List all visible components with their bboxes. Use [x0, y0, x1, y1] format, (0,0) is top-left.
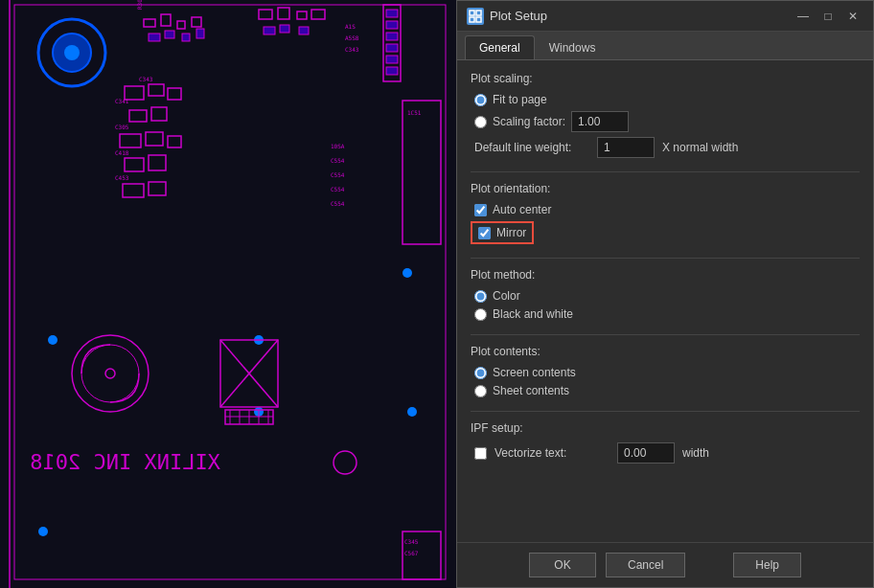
svg-rect-23	[386, 33, 398, 40]
svg-rect-21	[386, 10, 398, 17]
svg-text:A5S8: A5S8	[345, 34, 359, 41]
screen-contents-radio[interactable]	[474, 367, 487, 379]
svg-point-41	[402, 268, 412, 278]
tab-general[interactable]: General	[465, 35, 535, 59]
default-line-weight-label: Default line weight:	[474, 141, 589, 154]
svg-text:C343: C343	[345, 46, 359, 53]
svg-text:C554: C554	[331, 157, 345, 164]
vectorize-text-row: Vectorize text: width	[471, 442, 860, 464]
fit-to-page-row: Fit to page	[471, 93, 860, 106]
color-row: Color	[471, 289, 860, 303]
auto-center-label: Auto center	[493, 203, 551, 216]
svg-text:XILINX INC 2018: XILINX INC 2018	[30, 450, 220, 474]
vectorize-text-input[interactable]	[617, 442, 675, 464]
svg-rect-19	[299, 27, 309, 34]
title-bar: Plot Setup — □ ✕	[457, 1, 873, 32]
dialog-title: Plot Setup	[490, 9, 547, 23]
svg-rect-22	[386, 21, 398, 29]
plot-scaling-section: Plot scaling: Fit to page Scaling factor…	[471, 72, 860, 158]
svg-text:1C51: 1C51	[407, 109, 422, 116]
color-radio[interactable]	[474, 290, 487, 303]
color-label: Color	[493, 289, 520, 303]
title-controls: — □ ✕	[793, 8, 863, 25]
help-button[interactable]: Help	[733, 553, 801, 577]
mirror-row: Mirror	[471, 221, 534, 244]
svg-point-44	[38, 527, 48, 536]
svg-text:A1S: A1S	[345, 23, 356, 30]
plot-contents-section: Plot contents: Screen contents Sheet con…	[471, 345, 860, 397]
black-and-white-radio[interactable]	[474, 308, 487, 321]
svg-rect-12	[196, 29, 204, 38]
screen-contents-label: Screen contents	[493, 366, 576, 379]
vectorize-text-checkbox[interactable]	[474, 447, 487, 460]
close-button[interactable]: ✕	[842, 8, 863, 25]
dialog-content: Plot scaling: Fit to page Scaling factor…	[457, 60, 873, 542]
svg-rect-10	[165, 31, 174, 38]
divider-4	[471, 411, 860, 412]
scaling-factor-radio[interactable]	[474, 116, 487, 128]
svg-text:C345: C345	[404, 538, 419, 545]
ok-button[interactable]: OK	[529, 553, 596, 577]
scaling-factor-input[interactable]	[571, 111, 629, 132]
width-label: width	[682, 446, 709, 460]
plot-method-section: Plot method: Color Black and white	[471, 268, 860, 321]
black-and-white-row: Black and white	[471, 307, 860, 321]
svg-text:C343: C343	[139, 76, 153, 82]
maximize-button[interactable]: □	[817, 8, 839, 25]
normal-width-label: X normal width	[662, 141, 738, 154]
tab-windows[interactable]: Windows	[535, 35, 610, 59]
svg-rect-25	[386, 56, 398, 63]
svg-rect-82	[470, 17, 474, 22]
sheet-contents-row: Sheet contents	[471, 384, 860, 397]
auto-center-row: Auto center	[471, 203, 860, 216]
divider-1	[471, 171, 860, 172]
sheet-contents-label: Sheet contents	[493, 384, 569, 397]
mirror-label: Mirror	[496, 226, 526, 239]
tab-bar: General Windows	[457, 32, 873, 60]
svg-rect-80	[470, 11, 474, 15]
scaling-factor-label: Scaling factor:	[493, 115, 565, 128]
fit-to-page-radio[interactable]	[474, 94, 487, 106]
black-and-white-label: Black and white	[493, 307, 573, 321]
divider-3	[471, 334, 860, 335]
svg-rect-18	[280, 25, 289, 33]
divider-2	[471, 258, 860, 259]
svg-text:10SA: 10SA	[331, 143, 345, 149]
svg-rect-0	[0, 0, 456, 588]
plot-scaling-title: Plot scaling:	[471, 72, 860, 85]
svg-rect-26	[386, 67, 398, 75]
ipf-setup-title: IPF setup:	[471, 421, 860, 435]
pcb-canvas: XILINX INC 2018 C343 C341 C305 C418 C453…	[0, 0, 456, 588]
title-bar-left: Plot Setup	[467, 8, 547, 25]
svg-rect-81	[476, 11, 481, 15]
svg-text:C567: C567	[404, 550, 419, 556]
fit-to-page-label: Fit to page	[493, 93, 547, 106]
auto-center-checkbox[interactable]	[474, 204, 487, 216]
svg-rect-17	[264, 27, 275, 34]
cancel-button[interactable]: Cancel	[606, 553, 685, 577]
svg-rect-9	[149, 34, 160, 41]
ipf-setup-section: IPF setup: Vectorize text: width	[471, 421, 860, 464]
svg-rect-83	[476, 17, 481, 22]
mirror-checkbox[interactable]	[478, 227, 491, 239]
svg-text:C554: C554	[331, 200, 345, 207]
svg-text:C305: C305	[115, 124, 129, 130]
app-icon	[467, 8, 484, 25]
svg-text:C554: C554	[331, 171, 345, 178]
svg-point-4	[64, 45, 80, 60]
svg-text:C418: C418	[115, 149, 129, 156]
plot-setup-dialog: Plot Setup — □ ✕ General Windows Plot sc…	[456, 0, 874, 588]
svg-rect-24	[386, 44, 398, 52]
plot-contents-title: Plot contents:	[471, 345, 860, 358]
default-line-weight-input[interactable]	[597, 137, 655, 158]
screen-contents-row: Screen contents	[471, 366, 860, 379]
minimize-button[interactable]: —	[793, 8, 814, 25]
vectorize-text-label: Vectorize text:	[494, 446, 610, 460]
svg-point-39	[48, 335, 58, 345]
svg-text:C554: C554	[331, 186, 345, 192]
scaling-factor-row: Scaling factor:	[471, 111, 860, 132]
sheet-contents-radio[interactable]	[474, 385, 487, 397]
svg-rect-11	[182, 34, 190, 41]
dialog-footer: OK Cancel Help	[457, 542, 873, 587]
svg-point-42	[407, 407, 417, 417]
